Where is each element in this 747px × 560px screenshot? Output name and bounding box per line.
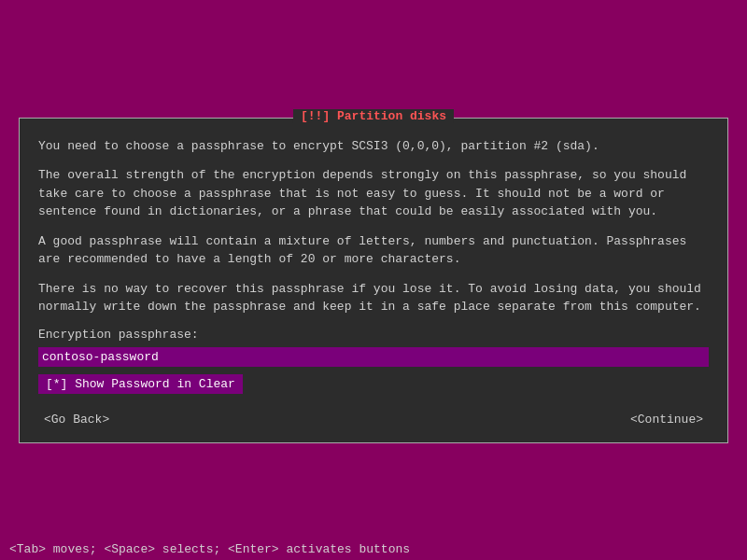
paragraph-4: There is no way to recover this passphra… <box>38 280 709 316</box>
paragraph-2: The overall strength of the encryption d… <box>38 166 709 221</box>
buttons-row: <Go Back> <Continue> <box>38 407 709 428</box>
status-bar: <Tab> moves; <Space> selects; <Enter> ac… <box>0 539 747 560</box>
title-bar: [!!] Partition disks <box>293 109 454 123</box>
dialog-box: [!!] Partition disks You need to choose … <box>19 118 728 443</box>
paragraph-1: You need to choose a passphrase to encry… <box>38 137 709 156</box>
paragraph-3: A good passphrase will contain a mixture… <box>38 232 709 269</box>
passphrase-label: Encryption passphrase: <box>38 328 709 342</box>
dialog-content: You need to choose a passphrase to encry… <box>20 119 727 442</box>
show-password-checkbox[interactable]: [*] Show Password in Clear <box>38 374 243 394</box>
continue-button[interactable]: <Continue> <box>625 411 709 428</box>
passphrase-input[interactable] <box>38 347 709 367</box>
go-back-button[interactable]: <Go Back> <box>38 411 115 428</box>
screen: [!!] Partition disks You need to choose … <box>0 0 747 560</box>
